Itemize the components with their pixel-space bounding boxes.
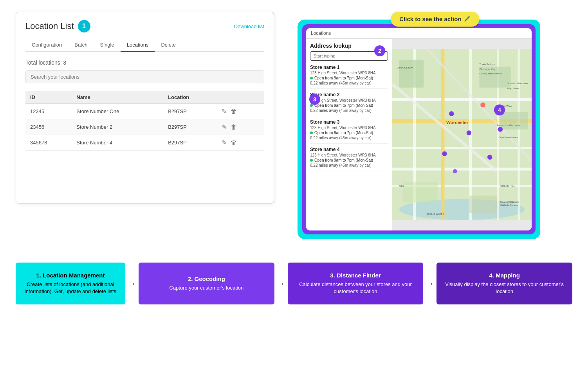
col-actions xyxy=(217,91,264,104)
hours-dot xyxy=(310,77,313,79)
edit-icon[interactable]: ✎ xyxy=(222,139,227,146)
svg-rect-17 xyxy=(403,182,438,202)
tab-configuration[interactable]: Configuration xyxy=(25,39,68,52)
badge-3: 3 xyxy=(309,94,320,105)
col-location: Location xyxy=(163,91,217,104)
store-address: 123 High Street, Worcester WR3 8HA xyxy=(310,153,388,157)
app-header-label: Locations xyxy=(311,31,331,36)
svg-rect-8 xyxy=(441,49,445,220)
store-name: Store name 2 xyxy=(310,92,388,97)
svg-point-23 xyxy=(498,127,503,131)
svg-text:Worcester City: Worcester City xyxy=(480,68,496,70)
flow-title-3: 3. Distance Finder xyxy=(330,272,381,279)
store-distance: 0.22 miles away (45m away by car) xyxy=(310,81,388,85)
map-worcester-label: Worcester xyxy=(446,120,469,125)
svg-point-21 xyxy=(442,151,447,156)
flow-box-1: 1. Location Management Create lists of l… xyxy=(16,263,125,304)
location-list-panel: Location List 1 Download list Configurat… xyxy=(16,12,274,203)
flow-arrow-1: → xyxy=(125,263,139,304)
delete-icon[interactable]: 🗑 xyxy=(231,139,237,146)
demo-panel-wrapper: Click to see the action 🖊️ Locations xyxy=(298,12,572,239)
store-item[interactable]: Store name 3 123 High Street, Worcester … xyxy=(310,119,388,144)
flow-arrow-3: → xyxy=(423,263,436,304)
badge-1: 1 xyxy=(78,20,90,32)
svg-text:City Centre Hotels: City Centre Hotels xyxy=(498,136,518,139)
cell-name: Store Number 4 xyxy=(72,135,163,151)
tab-locations[interactable]: Locations xyxy=(121,39,155,52)
svg-text:High Street: High Street xyxy=(507,87,519,90)
edit-icon[interactable]: ✎ xyxy=(222,124,227,130)
tablet-inner: Locations Address lookup xyxy=(302,24,536,234)
badge-2: 2 xyxy=(374,45,385,56)
cell-actions: ✎ 🗑 xyxy=(217,104,264,119)
total-locations: Total locations: 3 xyxy=(25,59,264,66)
map-area: Worcester ARBORETUM xyxy=(392,39,532,230)
app-header: Locations xyxy=(306,28,532,39)
col-name: Name xyxy=(72,91,163,104)
store-item[interactable]: Store name 1 123 High Street, Worcester … xyxy=(310,65,388,89)
store-hours: Open from 9am to 7pm (Mon-Sat) xyxy=(310,103,388,108)
cell-location: B297SP xyxy=(163,135,217,151)
svg-text:Edward Oldcorne: Edward Oldcorne xyxy=(500,200,519,203)
table-row: 345678 Store Number 4 B297SP ✎ 🗑 xyxy=(25,135,264,151)
flow-body-4: Visually display the closest stores to y… xyxy=(444,281,565,295)
svg-text:Travis Perkins: Travis Perkins xyxy=(480,63,495,65)
flow-title-4: 4. Mapping xyxy=(489,272,520,279)
download-link[interactable]: Download list xyxy=(234,23,264,29)
svg-text:Catholic College: Catholic College xyxy=(500,203,518,206)
map-svg: Worcester ARBORETUM xyxy=(392,39,532,230)
store-item[interactable]: Store name 2 123 High Street, Worcester … xyxy=(310,92,388,116)
svg-point-25 xyxy=(453,169,457,173)
svg-text:ARBORETUM: ARBORETUM xyxy=(397,66,413,69)
store-name: Store name 3 xyxy=(310,119,388,125)
col-id: ID xyxy=(25,91,72,104)
flow-body-3: Calculate distances between your stores … xyxy=(296,281,416,295)
cell-actions: ✎ 🗑 xyxy=(217,135,264,151)
locations-table: ID Name Location 12345 Store Number One … xyxy=(25,91,264,151)
panel-header: Location List 1 Download list xyxy=(25,20,264,32)
store-hours: Open from 9am to 7pm (Mon-Sat) xyxy=(310,76,388,80)
svg-point-20 xyxy=(467,130,471,135)
delete-icon[interactable]: 🗑 xyxy=(231,124,237,130)
app-content: Address lookup Store name 1 123 High Str… xyxy=(306,39,532,230)
panel-title: Location List 1 xyxy=(25,20,90,32)
svg-point-22 xyxy=(480,103,485,107)
flow-box-4: 4. Mapping Visually display the closest … xyxy=(436,263,572,304)
tablet-screen: Locations Address lookup xyxy=(306,28,532,230)
search-input[interactable] xyxy=(25,70,264,83)
badge-4: 4 xyxy=(494,104,505,115)
store-list: Store name 1 123 High Street, Worcester … xyxy=(310,65,388,171)
store-name: Store name 4 xyxy=(310,147,388,152)
flow-box-4-content: 4. Mapping Visually display the closest … xyxy=(444,272,565,295)
locations-sidebar: Address lookup Store name 1 123 High Str… xyxy=(306,39,392,230)
svg-text:GREEN HILL: GREEN HILL xyxy=(500,184,515,187)
click-badge[interactable]: Click to see the action 🖊️ xyxy=(391,12,479,27)
delete-icon[interactable]: 🗑 xyxy=(231,108,237,115)
table-row: 12345 Store Number One B297SP ✎ 🗑 xyxy=(25,104,264,119)
edit-icon[interactable]: ✎ xyxy=(222,108,227,115)
svg-rect-16 xyxy=(500,112,528,130)
flow-title-1: 1. Location Management xyxy=(36,272,105,279)
svg-text:Screwfix Worcester: Screwfix Worcester xyxy=(507,82,528,85)
svg-text:Prezzo Inn Worcester: Prezzo Inn Worcester xyxy=(497,124,520,126)
panel-title-text: Location List xyxy=(25,21,74,31)
store-address: 123 High Street, Worcester WR3 8HA xyxy=(310,98,388,103)
cell-name: Store Number 2 xyxy=(72,119,163,135)
flow-box-2: 2. Geocoding Capture your customer's loc… xyxy=(139,263,274,304)
svg-rect-11 xyxy=(518,49,519,220)
store-item[interactable]: Store name 4 123 High Street, Worcester … xyxy=(310,147,388,171)
tab-delete[interactable]: Delete xyxy=(155,39,182,52)
nav-tabs: Configuration Batch Single Locations Del… xyxy=(25,39,264,52)
table-header-row: ID Name Location xyxy=(25,91,264,104)
tab-single[interactable]: Single xyxy=(94,39,121,52)
cell-id: 345678 xyxy=(25,135,72,151)
tab-batch[interactable]: Batch xyxy=(68,39,94,52)
svg-point-24 xyxy=(487,155,492,160)
svg-text:GBG: GBG xyxy=(399,184,405,187)
cell-location: B297SP xyxy=(163,119,217,135)
flow-body-1: Create lists of locations (and additiona… xyxy=(23,281,117,295)
svg-point-19 xyxy=(449,111,454,116)
tablet-outer: Locations Address lookup xyxy=(298,20,540,239)
hours-dot xyxy=(310,159,313,162)
cell-actions: ✎ 🗑 xyxy=(217,119,264,135)
